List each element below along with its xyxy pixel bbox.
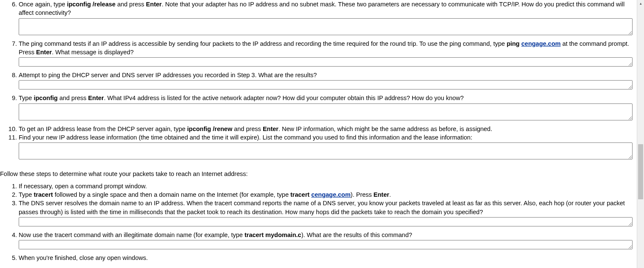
- bold-text: tracert: [34, 191, 53, 198]
- list2-item-1: If necessary, open a command prompt wind…: [19, 182, 633, 190]
- answer-input[interactable]: [19, 142, 633, 159]
- question-text: Attempt to ping the DHCP server and DNS …: [19, 72, 317, 78]
- bold-text: Enter: [36, 49, 52, 56]
- list2-item-5: When you're finished, close any open win…: [19, 254, 633, 262]
- bold-text: ipconfig: [34, 95, 57, 101]
- bold-text: tracert: [290, 191, 311, 198]
- answer-input[interactable]: [19, 18, 633, 35]
- list2-item-3: The DNS server resolves the domain name …: [19, 199, 633, 231]
- bold-text: Enter: [88, 95, 104, 101]
- answer-input[interactable]: [19, 80, 633, 89]
- second-ordered-list: If necessary, open a command prompt wind…: [0, 182, 633, 262]
- answer-input[interactable]: [19, 217, 633, 226]
- list1-item-8: Attempt to ping the DHCP server and DNS …: [19, 71, 633, 94]
- link[interactable]: cengage.com: [311, 191, 351, 198]
- question-text: Type ipconfig and press Enter. What IPv4…: [19, 95, 464, 101]
- bold-text: Enter: [374, 191, 389, 198]
- scroll-up-button[interactable]: ▴: [637, 0, 644, 7]
- link[interactable]: cengage.com: [521, 40, 561, 47]
- list2-item-4: Now use the tracert command with an ille…: [19, 231, 633, 254]
- list1-item-7: The ping command tests if an IP address …: [19, 39, 633, 71]
- question-text: Once again, type ipconfig /release and p…: [19, 1, 624, 16]
- section-intro: Follow these steps to determine what rou…: [0, 170, 633, 178]
- bold-text: Enter: [263, 126, 278, 132]
- list1-item-11: Find your new IP address lease informati…: [19, 133, 633, 164]
- question-text: The ping command tests if an IP address …: [19, 40, 629, 56]
- list2-item-2: Type tracert followed by a single space …: [19, 190, 633, 199]
- bold-text: ipconfig /renew: [187, 126, 232, 132]
- list1-item-10: To get an IP address lease from the DHCP…: [19, 125, 633, 133]
- bold-text: tracert mydomain.c: [245, 232, 301, 238]
- question-text: Find your new IP address lease informati…: [19, 134, 472, 141]
- answer-input[interactable]: [19, 103, 633, 120]
- answer-input[interactable]: [19, 240, 633, 249]
- question-text: Type tracert followed by a single space …: [19, 191, 391, 198]
- scroll-thumb[interactable]: [638, 144, 643, 199]
- question-text: Now use the tracert command with an ille…: [19, 232, 412, 238]
- first-ordered-list: Once again, type ipconfig /release and p…: [0, 0, 633, 164]
- question-text: To get an IP address lease from the DHCP…: [19, 126, 492, 132]
- answer-input[interactable]: [19, 57, 633, 67]
- question-text: The DNS server resolves the domain name …: [19, 200, 625, 215]
- vertical-scrollbar[interactable]: ▴: [637, 0, 644, 268]
- document-content: Once again, type ipconfig /release and p…: [0, 0, 637, 268]
- question-text: When you're finished, close any open win…: [19, 254, 148, 261]
- bold-text: Enter: [146, 1, 162, 8]
- list1-item-6: Once again, type ipconfig /release and p…: [19, 0, 633, 39]
- question-text: If necessary, open a command prompt wind…: [19, 183, 147, 190]
- bold-text: ipconfig /release: [67, 1, 115, 8]
- bold-text: ping: [506, 40, 521, 47]
- list1-item-9: Type ipconfig and press Enter. What IPv4…: [19, 94, 633, 124]
